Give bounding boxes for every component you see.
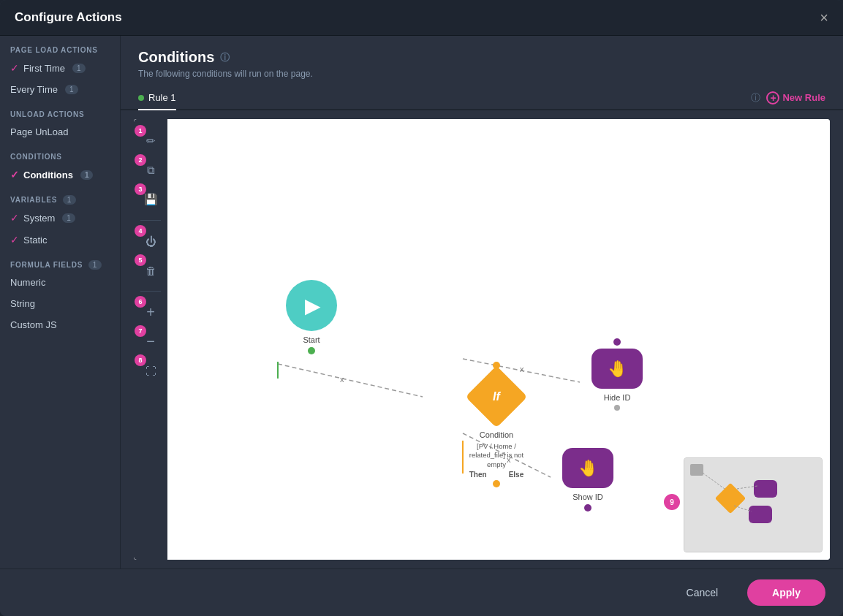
- tab-rule-1[interactable]: Rule 1: [138, 86, 176, 110]
- svg-rect-11: [754, 480, 777, 498]
- show-id-action: 🤚: [562, 448, 613, 488]
- condition-label: Condition: [480, 430, 513, 439]
- section-label-variables: VARIABLES 1: [0, 186, 120, 207]
- toolbar-zoom-in-button[interactable]: 6 +: [137, 299, 164, 325]
- title-text: Conditions: [138, 49, 214, 66]
- sidebar-item-string[interactable]: String: [0, 293, 120, 314]
- toolbar-divider: [140, 220, 161, 221]
- sidebar-item-label: Page UnLoad: [10, 126, 69, 137]
- condition-node[interactable]: If Condition [PV / Home / related_file] …: [460, 368, 533, 487]
- toolbar-power-button[interactable]: 4 ⏻: [137, 228, 164, 254]
- new-rule-label: New Rule: [782, 92, 825, 103]
- toolbar-fit-button[interactable]: 8 ⛶: [137, 357, 164, 384]
- fit-icon: ⛶: [145, 365, 156, 377]
- new-rule-button[interactable]: + New Rule: [766, 91, 825, 104]
- start-label: Start: [303, 335, 320, 344]
- start-node-circle: ▶: [286, 280, 337, 331]
- toolbar-delete-button[interactable]: 5 🗑: [137, 257, 164, 284]
- condition-bottom-port: [493, 480, 500, 487]
- toolbar-number-9: 9: [664, 494, 680, 510]
- sidebar-item-custom-js[interactable]: Custom JS: [0, 314, 120, 335]
- tab-label: Rule 1: [148, 92, 176, 103]
- content-subtitle: The following conditions will run on the…: [138, 69, 825, 79]
- section-label-conditions: CONDITIONS: [0, 142, 120, 164]
- start-bottom-port: [308, 347, 315, 354]
- sidebar-item-label: Conditions: [23, 170, 73, 180]
- hide-id-top-port: [613, 338, 621, 346]
- sidebar-item-system[interactable]: ✓ System 1: [0, 207, 120, 229]
- start-node[interactable]: ▶ Start: [286, 280, 337, 354]
- conditions-badge: 1: [80, 170, 94, 180]
- sidebar-item-label: Static: [23, 235, 48, 246]
- sidebar-item-conditions[interactable]: ✓ Conditions 1: [0, 164, 120, 186]
- plus-circle-icon: +: [766, 91, 779, 104]
- check-icon: ✓: [10, 234, 19, 246]
- tab-info-icon[interactable]: ⓘ: [751, 91, 760, 104]
- check-icon: ✓: [10, 169, 19, 180]
- sidebar-item-static[interactable]: ✓ Static: [0, 229, 120, 251]
- show-id-bottom-port: [584, 504, 591, 512]
- section-label-page-load: PAGE LOAD ACTIONS: [0, 36, 120, 57]
- sidebar-item-label: String: [10, 298, 35, 309]
- trash-icon: 🗑: [145, 265, 156, 277]
- check-icon: ✓: [10, 212, 19, 224]
- cancel-button[interactable]: Cancel: [666, 579, 739, 606]
- modal-header: Configure Actions ×: [0, 0, 843, 36]
- sidebar-item-label: Custom JS: [10, 319, 57, 330]
- canvas-area: 1 ✏ 2 ⧉ 3 💾 4: [134, 119, 830, 560]
- hide-id-action: 🤚: [591, 349, 643, 389]
- tab-actions: ⓘ + New Rule: [751, 91, 825, 104]
- sidebar-item-page-unload[interactable]: Page UnLoad: [0, 121, 120, 142]
- sidebar-item-label: First Time: [23, 63, 65, 74]
- hand-icon: 🤚: [578, 459, 598, 478]
- modal-title: Configure Actions: [15, 10, 122, 25]
- condition-expression: [PV / Home / related_file] is not empty: [460, 442, 533, 469]
- mini-map[interactable]: [684, 457, 823, 552]
- edit-icon: ✏: [146, 134, 156, 148]
- mini-map-svg: [684, 458, 823, 552]
- hide-id-bottom-port: [614, 405, 620, 411]
- then-label: Then: [469, 471, 487, 479]
- section-label-formula: FORMULA FIELDS 1: [0, 251, 120, 272]
- toolbar-edit-button[interactable]: 1 ✏: [137, 128, 164, 154]
- close-button[interactable]: ×: [820, 10, 828, 25]
- else-label: Else: [509, 471, 524, 479]
- minus-icon: −: [146, 333, 155, 350]
- content-header: Conditions ⓘ The following conditions wi…: [121, 36, 843, 86]
- save-icon: 💾: [144, 193, 158, 206]
- toolbar-zoom-out-button[interactable]: 7 −: [137, 328, 164, 354]
- play-icon: ▶: [305, 294, 321, 318]
- plus-icon: +: [146, 304, 155, 321]
- svg-rect-8: [684, 458, 823, 552]
- svg-rect-9: [690, 464, 703, 476]
- svg-rect-12: [749, 506, 772, 523]
- content-title: Conditions ⓘ: [138, 49, 825, 66]
- sidebar-item-first-time[interactable]: ✓ First Time 1: [0, 57, 120, 79]
- hide-id-label: Hide ID: [604, 393, 631, 402]
- sidebar-item-numeric[interactable]: Numeric: [0, 272, 120, 293]
- configure-actions-modal: Configure Actions × PAGE LOAD ACTIONS ✓ …: [0, 0, 843, 616]
- modal-footer: Cancel Apply: [0, 569, 843, 616]
- sidebar-item-label: System: [23, 213, 55, 224]
- main-content: Conditions ⓘ The following conditions wi…: [121, 36, 843, 569]
- toolbar-divider-2: [140, 291, 161, 292]
- first-time-badge: 1: [72, 64, 86, 73]
- title-info-icon[interactable]: ⓘ: [220, 51, 230, 64]
- toolbar-copy-button[interactable]: 2 ⧉: [137, 157, 164, 183]
- toolbar-save-button[interactable]: 3 💾: [137, 186, 164, 213]
- hand-icon: 🤚: [608, 360, 627, 379]
- apply-button[interactable]: Apply: [747, 579, 825, 606]
- tab-dot: [138, 95, 144, 101]
- canvas-toolbar: 1 ✏ 2 ⧉ 3 💾 4: [134, 119, 167, 560]
- section-label-unload: UNLOAD ACTIONS: [0, 100, 120, 121]
- copy-icon: ⧉: [147, 164, 155, 177]
- power-icon: ⏻: [145, 235, 156, 248]
- system-badge: 1: [62, 213, 75, 223]
- sidebar-item-every-time[interactable]: Every Time 1: [0, 79, 120, 100]
- show-id-label: Show ID: [572, 493, 603, 501]
- if-text: If: [493, 390, 500, 403]
- mini-map-content: [684, 458, 822, 552]
- hide-id-node[interactable]: 🤚 Hide ID: [591, 338, 643, 411]
- show-id-node[interactable]: 🤚 Show ID: [562, 448, 613, 512]
- sidebar-item-label: Numeric: [10, 277, 45, 288]
